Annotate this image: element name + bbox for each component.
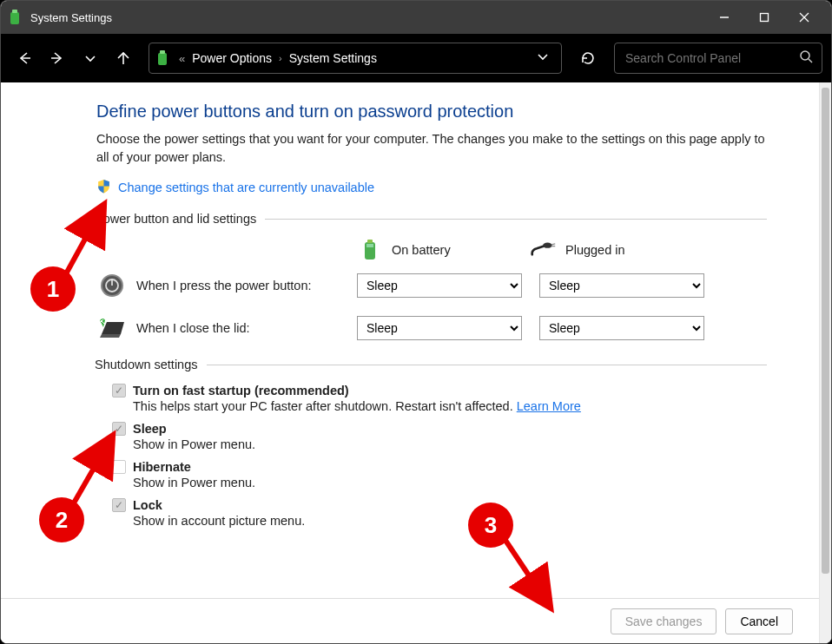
content-area: Define power buttons and turn on passwor… [1,82,819,643]
svg-point-11 [801,51,809,60]
column-plugged-in: Plugged in [531,238,704,262]
scroll-thumb[interactable] [822,88,829,574]
lock-desc: Show in account picture menu. [133,514,767,528]
lid-plugged-select[interactable]: Sleep [539,316,704,340]
svg-rect-10 [160,50,165,54]
up-button[interactable] [109,43,138,73]
learn-more-link[interactable]: Learn More [517,399,581,413]
svg-rect-15 [366,244,373,247]
search-input[interactable] [624,50,799,66]
maximize-button[interactable] [744,1,784,34]
hibernate-desc: Show in Power menu. [133,476,767,490]
section-shutdown: Shutdown settings [95,358,198,371]
svg-rect-14 [367,240,373,243]
svg-rect-0 [10,12,19,24]
sleep-checkbox[interactable] [112,422,126,436]
breadcrumb-dropdown[interactable] [532,50,554,66]
lid-icon [96,317,128,339]
recent-dropdown[interactable] [76,43,105,73]
fast-startup-desc: This helps start your PC faster after sh… [133,399,767,413]
change-settings-link[interactable]: Change settings that are currently unava… [118,181,374,194]
annotation-3: 3 [468,503,513,548]
battery-breadcrumb-icon [156,50,172,66]
power-button-icon [96,273,128,299]
power-button-battery-select[interactable]: Sleep [357,273,522,298]
close-button[interactable] [784,1,824,34]
lock-label: Lock [133,498,162,512]
hibernate-label: Hibernate [133,460,191,474]
search-icon[interactable] [799,49,813,67]
forward-button[interactable] [43,43,72,73]
sleep-label: Sleep [133,422,167,436]
power-button-label: When I press the power button: [136,279,348,292]
power-button-plugged-select[interactable]: Sleep [539,273,704,298]
lid-battery-select[interactable]: Sleep [357,316,522,340]
save-changes-button[interactable]: Save changes [611,608,717,634]
section-power-button-lid: Power button and lid settings [95,212,256,226]
annotation-2: 2 [39,497,84,542]
titlebar: System Settings [1,1,831,34]
svg-line-12 [809,59,812,62]
fast-startup-checkbox[interactable] [112,384,126,398]
window-title: System Settings [30,11,704,24]
plug-icon [531,238,557,262]
refresh-button[interactable] [572,43,604,74]
svg-rect-1 [12,10,17,13]
search-box[interactable] [614,43,822,74]
breadcrumb[interactable]: « Power Options › System Settings [149,43,562,74]
battery-app-icon [8,9,22,26]
lid-label: When I close the lid: [136,321,348,335]
hibernate-checkbox[interactable] [112,460,126,474]
page-intro: Choose the power settings that you want … [96,130,767,167]
page-title: Define power buttons and turn on passwor… [96,102,767,122]
sleep-desc: Show in Power menu. [133,437,767,451]
svg-rect-9 [158,53,167,65]
annotation-1: 1 [30,266,76,312]
svg-line-17 [551,244,555,245]
battery-icon [357,238,383,262]
breadcrumb-parent[interactable]: Power Options [192,51,272,65]
svg-rect-3 [761,14,769,22]
navbar: « Power Options › System Settings [1,34,831,82]
fast-startup-label: Turn on fast startup (recommended) [133,384,349,398]
shield-icon [96,179,111,196]
minimize-button[interactable] [704,1,744,34]
scrollbar[interactable] [819,82,831,643]
svg-point-16 [543,243,552,248]
cancel-button[interactable]: Cancel [725,608,793,634]
chevron-right-icon: › [277,53,284,63]
breadcrumb-overflow[interactable]: « [179,52,185,65]
back-button[interactable] [10,43,39,73]
column-on-battery: On battery [357,238,531,262]
footer: Save changes Cancel [1,598,819,643]
breadcrumb-current[interactable]: System Settings [289,51,377,65]
lock-checkbox[interactable] [112,498,126,512]
